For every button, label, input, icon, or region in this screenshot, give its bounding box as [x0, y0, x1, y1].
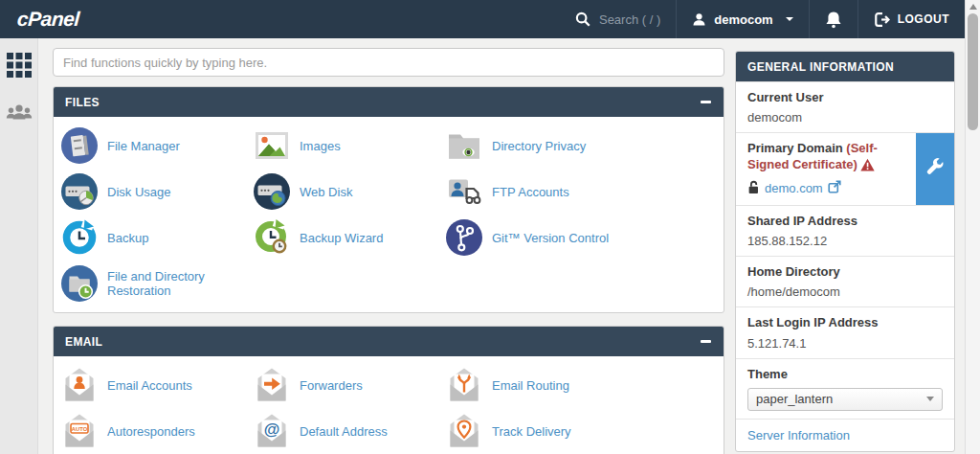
email-panel-body: Email Accounts Forwarders Email Routing	[54, 356, 724, 454]
main-area: FILES File Manager Images	[38, 38, 965, 454]
topbar-actions: Search ( / ) democom LOGOUT	[559, 0, 965, 38]
disk-usage-icon	[60, 172, 99, 211]
last-login-ip-label: Last Login IP Address	[747, 315, 943, 330]
chevron-down-icon	[926, 397, 934, 401]
server-information-link[interactable]: Server Information	[747, 428, 850, 443]
cpanel-logo: cPanel	[0, 8, 80, 31]
forwarders-icon	[253, 366, 291, 404]
collapse-icon[interactable]	[699, 96, 712, 109]
collapse-icon[interactable]	[699, 335, 712, 349]
server-information-row: Server Information	[736, 419, 954, 451]
function-link-email-routing[interactable]: Email Routing	[445, 362, 732, 408]
default-address-icon: @	[253, 412, 291, 450]
primary-domain-link[interactable]: demo.com	[765, 181, 823, 195]
function-label: Autoresponders	[107, 424, 195, 439]
search-icon	[574, 11, 591, 28]
function-link-autoresponders[interactable]: AUTO Autoresponders	[60, 408, 253, 454]
email-accounts-icon	[60, 366, 99, 404]
logout-button[interactable]: LOGOUT	[858, 0, 965, 38]
images-icon	[253, 126, 291, 165]
lock-icon	[747, 180, 760, 197]
function-label: Web Disk	[300, 185, 352, 199]
scrollbar-thumb[interactable]	[968, 13, 978, 130]
right-sidebar: GENERAL INFORMATION Current User democom…	[735, 51, 955, 454]
email-routing-icon	[445, 366, 483, 404]
general-information-panel: GENERAL INFORMATION Current User democom…	[735, 51, 955, 452]
function-link-images[interactable]: Images	[253, 123, 445, 169]
function-link-backup-wizard[interactable]: Backup Wizard	[253, 215, 445, 261]
files-panel: FILES File Manager Images	[53, 86, 724, 313]
general-information-title: GENERAL INFORMATION	[747, 60, 894, 74]
files-panel-header: FILES	[54, 87, 724, 117]
logout-icon	[874, 11, 890, 28]
sidebar-item-user-manager[interactable]	[6, 100, 33, 126]
chevron-down-icon	[786, 17, 793, 21]
function-label: Backup Wizard	[300, 231, 383, 245]
backup-icon	[60, 218, 99, 257]
function-label: Images	[300, 139, 341, 153]
username-label: democom	[714, 12, 772, 27]
current-user-row: Current User democom	[736, 81, 954, 132]
git-version-control-icon	[445, 218, 483, 257]
theme-select-value: paper_lantern	[756, 392, 833, 406]
last-login-ip-row: Last Login IP Address 5.121.74.1	[736, 306, 954, 357]
file-and-directory-restoration-icon	[60, 264, 99, 303]
function-label: Backup	[107, 231, 148, 245]
logout-label: LOGOUT	[898, 12, 949, 26]
function-link-web-disk[interactable]: Web Disk	[253, 169, 445, 215]
current-user-label: Current User	[747, 90, 943, 105]
shared-ip-row: Shared IP Address 185.88.152.12	[736, 205, 954, 256]
last-login-ip-value: 5.121.74.1	[747, 336, 943, 351]
function-label: FTP Accounts	[492, 185, 569, 199]
user-menu[interactable]: democom	[676, 0, 808, 38]
function-label: Track Delivery	[492, 424, 571, 439]
function-label: Directory Privacy	[492, 139, 586, 153]
main-column: FILES File Manager Images	[53, 48, 724, 454]
function-link-backup[interactable]: Backup	[60, 215, 253, 261]
notifications-button[interactable]	[809, 0, 858, 38]
scroll-up-arrow[interactable]	[969, 4, 977, 10]
directory-privacy-icon	[445, 126, 483, 165]
function-link-file-and-directory-restoration[interactable]: File and Directory Restoration	[60, 261, 253, 306]
home-directory-value: /home/democom	[747, 284, 943, 299]
page-scrollbar[interactable]	[965, 0, 980, 454]
external-link-icon[interactable]	[828, 180, 841, 196]
home-directory-row: Home Directory /home/democom	[736, 256, 954, 306]
quick-find-input[interactable]	[53, 48, 724, 77]
ssl-wrench-button[interactable]	[916, 133, 954, 205]
theme-select[interactable]: paper_lantern	[747, 388, 943, 411]
search-placeholder-text: Search ( / )	[599, 12, 660, 27]
apps-grid-icon	[7, 53, 32, 78]
function-link-disk-usage[interactable]: Disk Usage	[60, 169, 253, 215]
user-icon	[692, 12, 706, 27]
users-group-icon	[6, 102, 33, 124]
backup-wizard-icon	[253, 218, 291, 257]
theme-row: Theme paper_lantern	[736, 358, 954, 419]
function-link-git-version-control[interactable]: Git™ Version Control	[445, 215, 732, 261]
function-label: Forwarders	[300, 378, 363, 393]
function-label: File and Directory Restoration	[107, 269, 253, 298]
sidebar-item-home[interactable]	[6, 52, 33, 79]
function-link-ftp-accounts[interactable]: FTP Accounts	[445, 169, 732, 215]
function-link-file-manager[interactable]: File Manager	[60, 123, 253, 169]
warning-triangle-icon	[860, 158, 875, 175]
web-disk-icon	[253, 172, 291, 211]
email-panel-title: EMAIL	[65, 335, 102, 349]
bell-icon	[825, 11, 842, 29]
function-link-track-delivery[interactable]: Track Delivery	[445, 408, 732, 454]
files-panel-body: File Manager Images Directory Privacy	[54, 117, 724, 312]
shared-ip-label: Shared IP Address	[747, 214, 943, 229]
topbar: cPanel Search ( / ) democom LOGOUT	[0, 0, 965, 38]
current-user-value: democom	[747, 110, 943, 125]
home-directory-label: Home Directory	[747, 264, 943, 280]
general-information-header: GENERAL INFORMATION	[736, 52, 954, 81]
function-link-forwarders[interactable]: Forwarders	[253, 362, 445, 408]
function-label: Email Accounts	[107, 378, 192, 393]
function-link-default-address[interactable]: @ Default Address	[253, 408, 445, 454]
function-link-email-accounts[interactable]: Email Accounts	[60, 362, 253, 408]
primary-domain-row: Primary Domain (Self-Signed Certificate)…	[736, 132, 954, 205]
shared-ip-value: 185.88.152.12	[747, 234, 943, 248]
svg-text:AUTO: AUTO	[72, 426, 88, 432]
function-link-directory-privacy[interactable]: Directory Privacy	[445, 123, 732, 169]
topbar-search[interactable]: Search ( / )	[559, 0, 676, 38]
